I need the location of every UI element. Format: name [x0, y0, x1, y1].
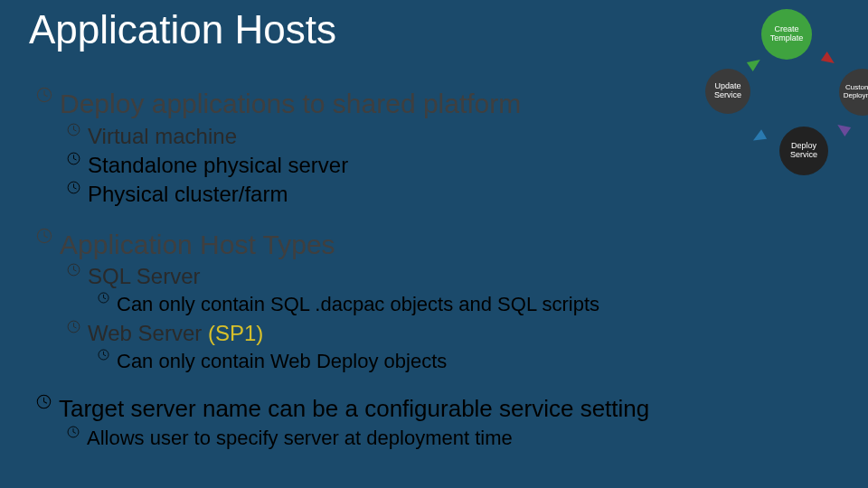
clock-icon — [67, 320, 80, 333]
list-item: Can only contain SQL .dacpac objects and… — [98, 292, 669, 318]
bullet-text: Can only contain SQL .dacpac objects and… — [117, 292, 599, 318]
svg-line-14 — [44, 236, 48, 238]
bullet-text-prefix: Web Server — [88, 321, 208, 345]
clock-icon — [36, 87, 52, 103]
svg-line-23 — [74, 326, 77, 328]
list-item: SQL Server — [67, 263, 669, 290]
bullet-text: Can only contain Web Deploy objects — [117, 349, 447, 375]
cycle-node-deploy: Deploy Service — [779, 127, 828, 175]
bullet-text-tag: (SP1) — [208, 321, 263, 345]
list-item: Web Server (SP1) — [67, 320, 669, 347]
clock-icon — [67, 263, 80, 277]
clock-icon — [67, 181, 80, 194]
clock-icon — [36, 228, 52, 244]
cycle-node-create: Create Template — [761, 9, 812, 60]
bullet-text: SQL Server — [88, 263, 201, 290]
svg-line-20 — [104, 298, 107, 299]
bullet-text: Standalone physical server — [88, 152, 348, 179]
bullet-text: Target server name can be a configurable… — [59, 394, 649, 424]
list-item: Standalone physical server — [67, 152, 669, 179]
bullet-text: Allows user to specify server at deploym… — [87, 426, 513, 452]
page-title: Application Hosts — [29, 7, 336, 52]
list-item: Physical cluster/farm — [67, 181, 669, 208]
svg-line-32 — [73, 432, 76, 433]
list-item: Virtual machine — [67, 123, 669, 150]
clock-icon — [98, 349, 109, 361]
bullet-text: Application Host Types — [60, 228, 335, 262]
svg-line-11 — [74, 187, 77, 189]
list-item: Allows user to specify server at deploym… — [67, 426, 669, 452]
arrow-icon — [750, 129, 767, 145]
svg-line-17 — [74, 270, 77, 272]
bullet-text: Web Server (SP1) — [88, 320, 263, 347]
arrow-icon — [821, 52, 837, 68]
clock-icon — [98, 292, 109, 304]
bullet-text: Virtual machine — [88, 123, 237, 150]
svg-line-8 — [74, 158, 77, 160]
list-item: Can only contain Web Deploy objects — [98, 349, 669, 375]
cycle-node-customize: Customize Deployment — [839, 69, 868, 116]
clock-icon — [67, 426, 80, 438]
bullet-list: Deploy applications to shared platform V… — [36, 81, 669, 453]
clock-icon — [36, 394, 52, 409]
list-item: Application Host Types — [36, 228, 669, 262]
cycle-diagram: Create Template Update Service Deploy Se… — [678, 4, 868, 202]
arrow-icon — [747, 55, 763, 71]
bullet-text: Physical cluster/farm — [88, 181, 288, 208]
clock-icon — [67, 123, 80, 136]
svg-line-29 — [44, 402, 47, 404]
clock-icon — [67, 152, 80, 165]
bullet-text: Deploy applications to shared platform — [60, 87, 521, 121]
arrow-icon — [835, 120, 851, 136]
list-item: Target server name can be a configurable… — [36, 394, 669, 424]
cycle-node-update: Update Service — [705, 69, 750, 114]
svg-line-5 — [74, 129, 77, 131]
list-item: Deploy applications to shared platform — [36, 87, 669, 121]
svg-line-26 — [104, 354, 107, 355]
svg-line-2 — [44, 95, 48, 97]
